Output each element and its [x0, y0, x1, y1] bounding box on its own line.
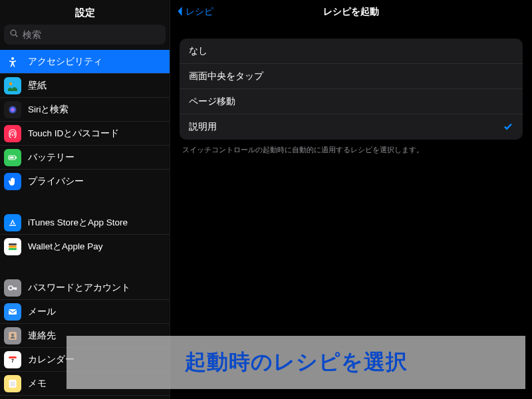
- option-label: ページ移動: [189, 96, 235, 108]
- battery-icon: [4, 149, 21, 166]
- svg-point-11: [9, 286, 13, 290]
- mail-icon: [4, 303, 21, 321]
- sidebar-item-label: アクセシビリティ: [28, 56, 102, 68]
- calendar-icon: 7: [4, 351, 21, 368]
- sidebar-item-label: Touch IDとパスコード: [28, 128, 119, 140]
- sidebar-item-wallet[interactable]: WalletとApple Pay: [0, 235, 170, 259]
- key-icon: [4, 279, 21, 297]
- sidebar-item-label: プライバシー: [28, 176, 84, 188]
- svg-point-2: [11, 57, 14, 60]
- svg-line-1: [15, 35, 17, 37]
- sidebar-item-battery[interactable]: バッテリー: [0, 146, 170, 170]
- svg-rect-9: [9, 246, 17, 248]
- svg-text:7: 7: [11, 358, 14, 363]
- recipe-option[interactable]: 画面中央をタップ: [180, 64, 523, 89]
- option-label: 説明用: [189, 121, 217, 133]
- back-button[interactable]: レシピ: [176, 5, 213, 19]
- sidebar-item-reminders[interactable]: リマインダー: [0, 396, 170, 399]
- svg-rect-7: [10, 156, 14, 158]
- caption-text: 起動時のレシピを選択: [185, 348, 408, 377]
- wallet-icon: [4, 238, 21, 255]
- sidebar-item-label: バッテリー: [28, 152, 74, 164]
- svg-rect-8: [9, 243, 17, 245]
- option-label: なし: [189, 45, 207, 57]
- siri-icon: [4, 101, 21, 118]
- wallpaper-icon: [4, 77, 21, 94]
- sidebar-item-mail[interactable]: メール: [0, 300, 170, 324]
- sidebar-item-passwords[interactable]: パスワードとアカウント: [0, 276, 170, 300]
- footer-note: スイッチコントロールの起動時に自動的に適用するレシピを選択します。: [170, 140, 532, 155]
- chevron-left-icon: [176, 5, 184, 19]
- recipe-option[interactable]: なし: [180, 39, 523, 64]
- sidebar-item-label: パスワードとアカウント: [28, 282, 130, 294]
- svg-rect-10: [9, 248, 17, 250]
- svg-point-0: [11, 30, 16, 35]
- sidebar-item-label: 連絡先: [28, 330, 56, 342]
- svg-point-14: [11, 333, 14, 336]
- option-label: 画面中央をタップ: [189, 70, 263, 82]
- hand-icon: [4, 173, 21, 190]
- sidebar-title: 設定: [0, 0, 170, 25]
- contacts-icon: [4, 327, 21, 344]
- recipe-option[interactable]: ページ移動: [180, 89, 523, 114]
- sidebar-item-privacy[interactable]: プライバシー: [0, 170, 170, 194]
- svg-rect-6: [16, 156, 17, 158]
- search-input[interactable]: [23, 29, 160, 40]
- sidebar-item-accessibility[interactable]: アクセシビリティ: [0, 50, 170, 74]
- recipe-option[interactable]: 説明用: [180, 114, 523, 140]
- sidebar-item-label: 壁紙: [28, 80, 47, 92]
- appstore-icon: [4, 214, 21, 231]
- sidebar-item-label: WalletとApple Pay: [28, 241, 103, 253]
- sidebar-item-label: メール: [28, 306, 56, 318]
- checkmark-icon: [503, 121, 513, 134]
- sidebar-item-touchid[interactable]: Touch IDとパスコード: [0, 122, 170, 146]
- recipe-options: なし画面中央をタップページ移動説明用: [180, 39, 523, 140]
- sidebar-item-label: iTunes StoreとApp Store: [28, 217, 128, 229]
- back-label: レシピ: [186, 6, 213, 18]
- sidebar-item-label: メモ: [28, 378, 47, 390]
- sidebar-item-wallpaper[interactable]: 壁紙: [0, 74, 170, 98]
- sidebar-item-label: Siriと検索: [28, 104, 69, 116]
- notes-icon: [4, 375, 21, 392]
- fingerprint-icon: [4, 125, 21, 142]
- page-title: レシピを起動: [323, 6, 379, 18]
- svg-point-4: [9, 105, 17, 114]
- sidebar-item-siri[interactable]: Siriと検索: [0, 98, 170, 122]
- nav-bar: レシピ レシピを起動: [170, 0, 532, 24]
- search-icon: [9, 29, 19, 41]
- search-field[interactable]: [4, 25, 166, 45]
- svg-rect-12: [9, 309, 17, 315]
- caption-overlay: 起動時のレシピを選択: [66, 336, 525, 389]
- sidebar-item-appstore[interactable]: iTunes StoreとApp Store: [0, 211, 170, 235]
- accessibility-icon: [4, 53, 21, 70]
- svg-point-3: [9, 82, 12, 84]
